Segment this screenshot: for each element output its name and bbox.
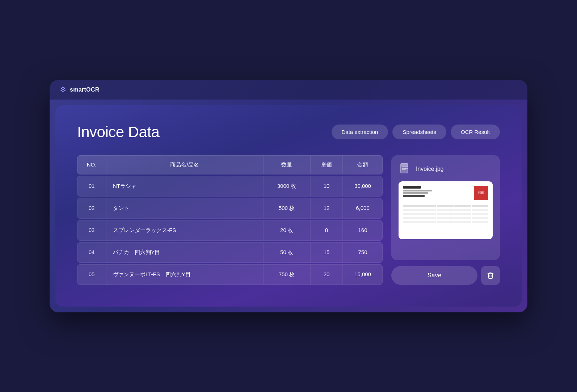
app-name: smartOCR: [70, 87, 100, 93]
table-row: 02 タント 500 枚 12 6,000: [77, 198, 383, 219]
td-unit: 12: [310, 198, 343, 219]
save-button[interactable]: Save: [391, 266, 477, 285]
table-row: 03 スプレンダーラックス-FS 20 枚 8 160: [77, 220, 383, 241]
td-qty: 500 枚: [263, 198, 310, 219]
sidebar-panel: Invoice.jpg: [391, 155, 500, 285]
invoice-filename: Invoice.jpg: [416, 166, 444, 172]
svg-rect-2: [401, 164, 408, 167]
logo-icon: ❄: [60, 85, 66, 94]
content-area: NO. 商品名/品名 数量 単価 金額 01 NTラシャ 3000 枚 10 3…: [77, 155, 500, 285]
invoice-preview: 印鑑: [399, 181, 493, 239]
td-amount: 6,000: [343, 198, 383, 219]
td-no: 04: [77, 242, 106, 263]
title-bar: ❄ smartOCR: [50, 80, 527, 100]
table-header: NO. 商品名/品名 数量 単価 金額: [77, 155, 383, 174]
tab-spreadsheets[interactable]: Spreadsheets: [392, 125, 446, 139]
table-body: 01 NTラシャ 3000 枚 10 30,000 02 タント 500 枚 1…: [77, 176, 383, 285]
page-title: Invoice Data: [77, 123, 159, 141]
td-qty: 750 枚: [263, 264, 310, 285]
trash-icon: [487, 272, 494, 279]
td-qty: 3000 枚: [263, 176, 310, 197]
actions-row: Save: [391, 266, 500, 285]
td-unit: 8: [310, 220, 343, 241]
td-name: タント: [106, 198, 263, 219]
td-name: NTラシャ: [106, 176, 263, 197]
td-name: パチカ 四六判Y目: [106, 242, 263, 263]
td-qty: 20 枚: [263, 220, 310, 241]
table-section: NO. 商品名/品名 数量 単価 金額 01 NTラシャ 3000 枚 10 3…: [77, 155, 383, 285]
table-row: 01 NTラシャ 3000 枚 10 30,000: [77, 176, 383, 197]
td-no: 05: [77, 264, 106, 285]
td-no: 02: [77, 198, 106, 219]
td-amount: 160: [343, 220, 383, 241]
td-unit: 10: [310, 176, 343, 197]
th-unit: 単価: [310, 155, 343, 174]
app-window: ❄ smartOCR Invoice Data Data extraction …: [50, 80, 527, 312]
file-icon: [399, 163, 412, 176]
td-unit: 15: [310, 242, 343, 263]
td-amount: 15,000: [343, 264, 383, 285]
table-row: 05 ヴァンヌーボLT-FS 四六判Y目 750 枚 20 15,000: [77, 264, 383, 285]
td-unit: 20: [310, 264, 343, 285]
table-row: 04 パチカ 四六判Y目 50 枚 15 750: [77, 242, 383, 263]
th-amount: 金額: [343, 155, 383, 174]
main-content: Invoice Data Data extraction Spreadsheet…: [55, 105, 522, 307]
th-no: NO.: [77, 155, 106, 174]
td-amount: 750: [343, 242, 383, 263]
td-qty: 50 枚: [263, 242, 310, 263]
th-qty: 数量: [263, 155, 310, 174]
td-no: 03: [77, 220, 106, 241]
td-name: ヴァンヌーボLT-FS 四六判Y目: [106, 264, 263, 285]
td-name: スプレンダーラックス-FS: [106, 220, 263, 241]
delete-button[interactable]: [481, 266, 500, 285]
page-header: Invoice Data Data extraction Spreadsheet…: [77, 123, 500, 141]
tab-ocr-result[interactable]: OCR Result: [451, 125, 500, 139]
invoice-card: Invoice.jpg: [391, 155, 500, 260]
invoice-header: Invoice.jpg: [399, 163, 493, 176]
tab-data-extraction[interactable]: Data extraction: [332, 125, 388, 139]
tab-group: Data extraction Spreadsheets OCR Result: [332, 125, 500, 139]
td-amount: 30,000: [343, 176, 383, 197]
td-no: 01: [77, 176, 106, 197]
invoice-preview-inner: 印鑑: [403, 186, 488, 235]
th-name: 商品名/品名: [106, 155, 263, 174]
